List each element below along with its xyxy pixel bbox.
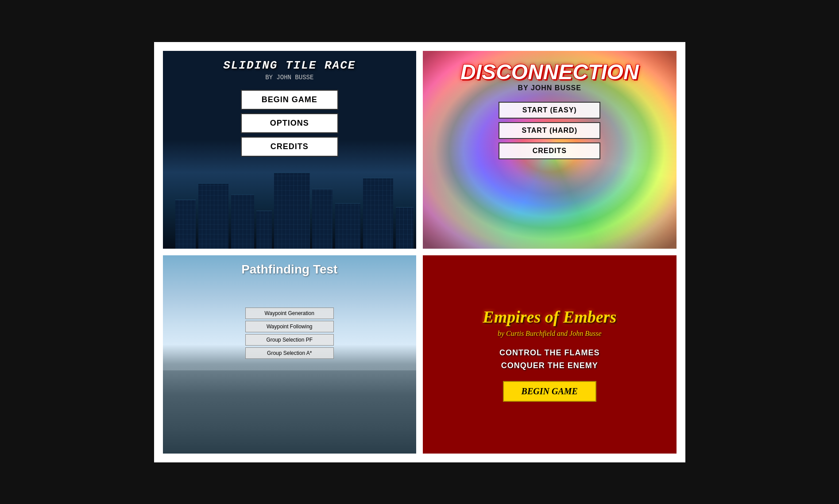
main-container: SLIDING TILE RACE BY JOHN BUSSE BEGIN GA… xyxy=(154,42,685,462)
pathfinding-game-title: Pathfinding Test xyxy=(241,262,337,277)
embers-game-title: Empires of Embers xyxy=(483,307,616,327)
pathfinding-waypoint-gen-button[interactable]: Waypoint Generation xyxy=(245,308,334,319)
sliding-game-subtitle: BY JOHN BUSSE xyxy=(223,74,356,81)
embers-tagline: CONTROL THE FLAMES CONQUER THE ENEMY xyxy=(483,346,616,372)
embers-tagline-line2: CONQUER THE ENEMY xyxy=(501,361,598,370)
pathfinding-group-astar-button[interactable]: Group Selection A* xyxy=(245,347,334,359)
sliding-credits-button[interactable]: CREDITS xyxy=(241,137,338,157)
sliding-begin-game-button[interactable]: BEGIN GAME xyxy=(241,90,338,110)
pathfinding-menu-buttons: Waypoint Generation Waypoint Following G… xyxy=(245,308,334,359)
disconnection-start-hard-button[interactable]: START (HARD) xyxy=(499,122,600,139)
pathfinding-title-area: Pathfinding Test xyxy=(237,255,342,281)
ground xyxy=(163,370,417,454)
embers-begin-game-button[interactable]: BEGIN GAME xyxy=(503,381,596,402)
disconnection-menu-buttons: START (EASY) START (HARD) CREDITS xyxy=(499,102,600,159)
sliding-title-area: SLIDING TILE RACE BY JOHN BUSSE xyxy=(219,51,360,85)
sliding-game-title: SLIDING TILE RACE xyxy=(223,59,356,72)
embers-game-subtitle: by Curtis Burchfield and John Busse xyxy=(483,330,616,338)
disconnection-title-area: DISCONNECTION BY JOHN BUSSE xyxy=(456,51,643,96)
embers-menu-buttons: BEGIN GAME xyxy=(503,381,596,402)
game-card-embers: Empires of Embers by Curtis Burchfield a… xyxy=(423,255,677,454)
disconnection-credits-button[interactable]: CREDITS xyxy=(499,142,600,159)
pathfinding-waypoint-follow-button[interactable]: Waypoint Following xyxy=(245,321,334,332)
sliding-menu-buttons: BEGIN GAME OPTIONS CREDITS xyxy=(241,90,338,157)
embers-tagline-line1: CONTROL THE FLAMES xyxy=(499,348,600,357)
pathfinding-group-pf-button[interactable]: Group Selection PF xyxy=(245,334,334,346)
game-card-pathfinding: Pathfinding Test Waypoint Generation Way… xyxy=(163,255,417,454)
sliding-options-button[interactable]: OPTIONS xyxy=(241,113,338,133)
embers-title-area: Empires of Embers by Curtis Burchfield a… xyxy=(474,307,625,372)
disconnection-game-title: DISCONNECTION xyxy=(460,60,639,84)
game-card-disconnection: DISCONNECTION BY JOHN BUSSE START (EASY)… xyxy=(423,51,677,249)
disconnection-start-easy-button[interactable]: START (EASY) xyxy=(499,102,600,119)
disconnection-game-subtitle: BY JOHN BUSSE xyxy=(460,84,639,92)
game-card-sliding-tile-race: SLIDING TILE RACE BY JOHN BUSSE BEGIN GA… xyxy=(163,51,417,249)
